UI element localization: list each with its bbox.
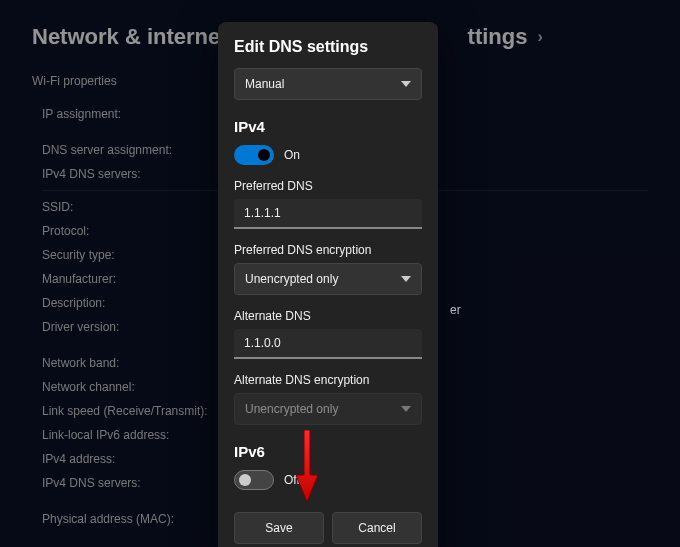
dns-mode-value: Manual	[245, 77, 284, 91]
preferred-dns-enc-value: Unencrypted only	[245, 272, 338, 286]
alternate-dns-input[interactable]	[234, 329, 422, 359]
ipv4-heading: IPv4	[234, 118, 422, 135]
edit-dns-dialog: Edit DNS settings Manual IPv4 On Preferr…	[218, 22, 438, 547]
ipv4-toggle[interactable]	[234, 145, 274, 165]
toggle-knob	[258, 149, 270, 161]
toggle-knob	[239, 474, 251, 486]
dns-mode-select[interactable]: Manual	[234, 68, 422, 100]
alternate-dns-enc-select[interactable]: Unencrypted only	[234, 393, 422, 425]
alternate-dns-enc-value: Unencrypted only	[245, 402, 338, 416]
preferred-dns-enc-label: Preferred DNS encryption	[234, 243, 422, 257]
chevron-down-icon	[401, 406, 411, 412]
ipv4-toggle-label: On	[284, 148, 300, 162]
preferred-dns-label: Preferred DNS	[234, 179, 422, 193]
ipv6-heading: IPv6	[234, 443, 422, 460]
preferred-dns-input[interactable]	[234, 199, 422, 229]
chevron-down-icon	[401, 81, 411, 87]
alternate-dns-label: Alternate DNS	[234, 309, 422, 323]
cancel-button[interactable]: Cancel	[332, 512, 422, 544]
dialog-title: Edit DNS settings	[234, 38, 422, 56]
bg-text-fragment: er	[450, 303, 461, 317]
ipv6-toggle[interactable]	[234, 470, 274, 490]
chevron-down-icon	[401, 276, 411, 282]
preferred-dns-enc-select[interactable]: Unencrypted only	[234, 263, 422, 295]
alternate-dns-enc-label: Alternate DNS encryption	[234, 373, 422, 387]
ipv6-toggle-label: Off	[284, 473, 300, 487]
save-button[interactable]: Save	[234, 512, 324, 544]
